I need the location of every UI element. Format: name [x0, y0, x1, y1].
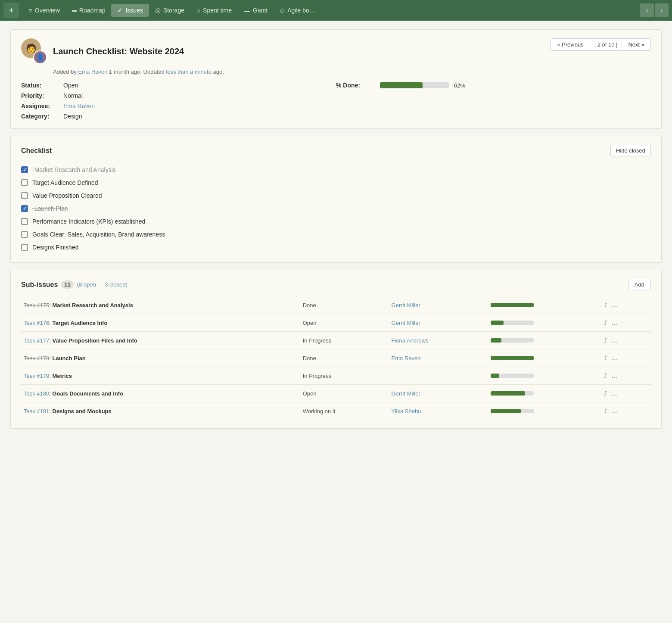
table-row: Task #180: Goals Documents and Info Open…	[21, 385, 651, 402]
table-row: Task #179: Metrics In Progress ⤴ …	[21, 367, 651, 385]
link-icon[interactable]: ⤴	[604, 319, 607, 326]
more-options-button[interactable]: …	[610, 300, 620, 310]
checklist-section-header: Checklist Hide closed	[21, 145, 651, 156]
table-row: Task #178: Launch Plan Done Ema Raven ⤴ …	[21, 349, 651, 367]
task-progress-cell	[488, 367, 601, 385]
more-options-button[interactable]: …	[610, 336, 620, 345]
sidebar-item-roadmap[interactable]: ═ Roadmap	[66, 4, 111, 17]
sidebar-item-agile[interactable]: ◇ Agile bo…	[274, 4, 321, 17]
issues-icon: ✓	[117, 6, 123, 14]
issue-meta: Added by Ema Raven 1 month ago. Updated …	[21, 69, 651, 75]
sidebar-item-storage[interactable]: ◎ Storage	[149, 4, 190, 17]
nav-prev-arrow[interactable]: ‹	[640, 3, 654, 17]
link-icon[interactable]: ⤴	[604, 302, 607, 308]
progress-bar-container	[380, 82, 449, 88]
more-options-button[interactable]: …	[610, 406, 620, 416]
top-nav: + ≡ Overview ═ Roadmap ✓ Issues ◎ Storag…	[0, 0, 672, 21]
task-id-link[interactable]: Task #177	[24, 337, 49, 344]
agile-icon: ◇	[280, 6, 285, 14]
sub-issues-count: 11	[61, 280, 73, 289]
updated-ago-link[interactable]: less than a minute	[166, 69, 212, 75]
task-id-link[interactable]: Task #175	[24, 302, 49, 308]
checklist-label-6: Designs Finished	[32, 244, 78, 251]
row-actions: ⤴ …	[604, 318, 648, 327]
task-name: Goals Documents and Info	[53, 390, 124, 397]
task-status-cell: Working on it	[300, 402, 389, 420]
task-progress-cell	[488, 332, 601, 349]
sidebar-item-issues[interactable]: ✓ Issues	[111, 4, 149, 17]
add-button[interactable]: +	[3, 3, 19, 18]
task-progress-cell	[488, 314, 601, 332]
percent-done-column: % Done: 62%	[336, 82, 651, 120]
issue-header-card: 🧑 👤 Launch Checklist: Website 2024 « Pre…	[10, 29, 662, 129]
task-actions-cell: ⤴ …	[601, 349, 651, 367]
mini-progress-fill	[491, 356, 534, 360]
task-status-cell: Done	[300, 349, 389, 367]
checklist-item-5: Goals Clear: Sales, Acquisition, Brand a…	[21, 228, 651, 241]
checkbox-3[interactable]	[21, 205, 28, 212]
checkbox-2[interactable]	[21, 192, 28, 199]
row-actions: ⤴ …	[604, 389, 648, 398]
task-progress-cell	[488, 385, 601, 402]
added-by-link[interactable]: Ema Raven	[78, 69, 108, 75]
gantt-icon: —	[244, 7, 250, 14]
sidebar-item-gantt[interactable]: — Gantt	[238, 4, 274, 17]
nav-arrows: ‹ ›	[640, 3, 669, 17]
added-ago: 1 month	[109, 69, 129, 75]
task-id-link[interactable]: Task #180	[24, 390, 49, 397]
task-status-cell: In Progress	[300, 332, 389, 349]
checkbox-6[interactable]	[21, 244, 28, 251]
status-value: Open	[63, 82, 78, 89]
next-page-button[interactable]: Next »	[622, 38, 651, 51]
progress-bar-fill	[380, 82, 423, 88]
page-of-indicator: | 2 of 10 |	[590, 38, 622, 51]
task-id-link[interactable]: Task #181	[24, 408, 49, 414]
sidebar-item-overview[interactable]: ≡ Overview	[22, 4, 66, 17]
mini-progress-bar	[491, 356, 534, 360]
category-field: Category: Design	[21, 113, 336, 120]
overview-label: Overview	[35, 7, 60, 14]
checkbox-4[interactable]	[21, 218, 28, 225]
task-assignee-cell[interactable]: Gerrit Miller	[389, 385, 488, 402]
link-icon[interactable]: ⤴	[604, 372, 607, 379]
task-assignee-cell[interactable]: Ema Raven	[389, 349, 488, 367]
issue-fields: Status: Open Priority: Normal Assignee: …	[21, 82, 651, 120]
mini-progress-bar	[491, 321, 534, 325]
sidebar-item-spent-time[interactable]: ○ Spent time	[190, 4, 238, 17]
link-icon[interactable]: ⤴	[604, 408, 607, 414]
priority-value: Normal	[63, 92, 83, 99]
task-name: Market Research and Analysis	[53, 302, 133, 308]
task-assignee-cell[interactable]: Fiona Andrews	[389, 332, 488, 349]
more-options-button[interactable]: …	[610, 318, 620, 327]
checkbox-0[interactable]	[21, 166, 28, 173]
mini-progress-bar	[491, 338, 534, 343]
checkbox-5[interactable]	[21, 231, 28, 238]
link-icon[interactable]: ⤴	[604, 337, 607, 344]
task-status-cell: In Progress	[300, 367, 389, 385]
task-id-link[interactable]: Task #179	[24, 373, 49, 379]
prev-page-button[interactable]: « Previous	[551, 38, 590, 51]
nav-next-arrow[interactable]: ›	[655, 3, 669, 17]
task-assignee-cell[interactable]: Gerrit Miller	[389, 314, 488, 332]
checkbox-1[interactable]	[21, 179, 28, 186]
assignee-value[interactable]: Ema Raven	[63, 103, 95, 109]
more-options-button[interactable]: …	[610, 389, 620, 398]
task-assignee-cell[interactable]: Gerrit Miller	[389, 296, 488, 314]
link-icon[interactable]: ⤴	[604, 390, 607, 397]
status-label: Status:	[21, 82, 60, 89]
checklist-label-3: -Launch Plan	[32, 205, 68, 212]
mini-progress-bar	[491, 391, 534, 396]
checklist-item-6: Designs Finished	[21, 241, 651, 254]
mini-progress-fill	[491, 321, 504, 325]
checklist-label-1: Target Audience Defined	[32, 179, 98, 186]
priority-label: Priority:	[21, 92, 60, 99]
link-icon[interactable]: ⤴	[604, 355, 607, 361]
add-sub-issue-button[interactable]: Add	[628, 279, 651, 290]
more-options-button[interactable]: …	[610, 353, 620, 363]
more-options-button[interactable]: …	[610, 371, 620, 380]
hide-closed-button[interactable]: Hide closed	[610, 145, 651, 156]
task-id-link[interactable]: Task #178	[24, 355, 49, 361]
row-actions: ⤴ …	[604, 336, 648, 345]
task-assignee-cell[interactable]: Yilka Shehu	[389, 402, 488, 420]
task-id-link[interactable]: Task #176	[24, 320, 49, 326]
